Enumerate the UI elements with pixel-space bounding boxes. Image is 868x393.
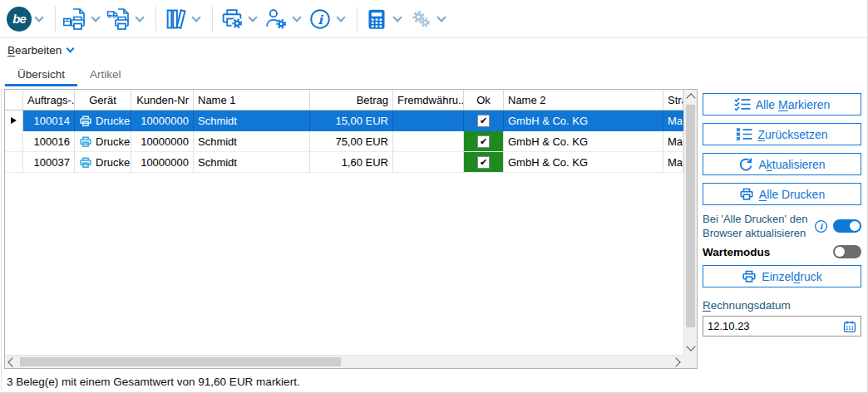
app-logo-icon[interactable]: be	[7, 7, 32, 32]
chevron-down-icon[interactable]	[392, 12, 402, 22]
printer-icon	[739, 187, 754, 201]
sales-print-icon[interactable]	[62, 6, 88, 32]
grid-header-row: Auftrags-... Gerät Kunden-Nr Name 1 Betr…	[5, 90, 683, 111]
invoice-print-window: be	[0, 0, 868, 393]
vertical-scrollbar-thumb[interactable]	[686, 105, 695, 327]
wartemodus-toggle[interactable]	[833, 245, 861, 258]
calendar-icon[interactable]	[839, 320, 861, 333]
tab-uebersicht[interactable]: Übersicht	[5, 61, 77, 88]
main-toolbar: be	[0, 0, 867, 38]
svg-text:i: i	[820, 222, 824, 231]
menu-bearbeiten[interactable]: Bearbeiten	[7, 44, 78, 56]
alle-markieren-button[interactable]: Alle Markieren	[703, 93, 861, 115]
chevron-down-icon[interactable]	[34, 12, 43, 22]
rechnungsdatum-field	[703, 316, 861, 337]
svg-text:i: i	[318, 12, 323, 27]
info-icon[interactable]: i	[307, 6, 333, 32]
ok-checkbox[interactable]: ✔	[477, 115, 490, 127]
chevron-down-icon[interactable]	[191, 12, 200, 22]
window-edge	[1, 89, 2, 390]
chevron-down-icon[interactable]	[292, 12, 301, 22]
scroll-down-icon[interactable]	[686, 341, 695, 351]
toggle-knob	[850, 221, 860, 231]
column-header-fremdwaehrung[interactable]: Fremdwähru...	[393, 90, 464, 111]
status-bar: 3 Beleg(e) mit einem Gesamtwert von 91,6…	[0, 371, 867, 392]
zuruecksetzen-button[interactable]: Zurücksetzen	[703, 123, 861, 145]
calculator-icon[interactable]	[363, 6, 390, 32]
toggle-knob	[835, 247, 845, 257]
status-text: 3 Beleg(e) mit einem Gesamtwert von 91,6…	[7, 376, 300, 388]
column-header-strasse[interactable]: Stras	[663, 90, 683, 111]
action-panel: Alle Markieren Zurücksetzen Aktualisiere…	[703, 93, 861, 337]
browser-refresh-option: Bei 'Alle Drucken' den Browser aktualisi…	[703, 212, 861, 240]
scroll-left-icon[interactable]	[7, 357, 17, 366]
ok-checkbox[interactable]: ✔	[477, 156, 490, 169]
chevron-down-icon[interactable]	[135, 12, 144, 22]
toolbar-separator	[357, 7, 358, 32]
settings-gears-icon[interactable]	[407, 6, 434, 32]
scroll-up-icon[interactable]	[686, 93, 695, 102]
scrollbar-corner	[683, 355, 697, 368]
chevron-down-icon[interactable]	[91, 12, 100, 22]
column-header-name1[interactable]: Name 1	[194, 90, 310, 111]
column-header-kunden-nr[interactable]: Kunden-Nr	[131, 90, 194, 111]
ok-checkbox[interactable]: ✔	[477, 135, 490, 148]
vertical-scrollbar[interactable]	[683, 90, 697, 355]
rechnungsdatum-label: Rechnungsdatum	[703, 299, 861, 312]
printer-icon	[79, 156, 92, 169]
print-settings-icon[interactable]	[219, 6, 245, 32]
table-row[interactable]: 100037 Drucker 10000000 Schmidt 1,60 EUR…	[5, 152, 683, 173]
table-row[interactable]: 100014 Drucker 10000000 Schmidt 15,00 EU…	[5, 111, 683, 131]
info-icon[interactable]: i	[814, 219, 828, 233]
toolbar-separator	[55, 7, 56, 32]
toolbar-separator	[212, 7, 213, 32]
printer-icon	[79, 115, 92, 127]
horizontal-scrollbar[interactable]	[5, 355, 683, 368]
refresh-icon	[738, 157, 753, 172]
chevron-down-icon[interactable]	[336, 12, 345, 22]
browser-refresh-toggle[interactable]	[833, 219, 861, 233]
header-selector-cell	[5, 90, 23, 111]
tab-strip: Übersicht Artikel	[0, 61, 867, 88]
checklist-x-icon	[736, 127, 752, 141]
documents-grid: Auftrags-... Gerät Kunden-Nr Name 1 Betr…	[4, 89, 698, 369]
rechnungsdatum-input[interactable]	[703, 320, 839, 332]
horizontal-scrollbar-thumb[interactable]	[20, 357, 341, 366]
printer-icon	[742, 269, 757, 283]
checklist-check-icon	[734, 97, 751, 111]
einzeldruck-button[interactable]: Einzeldruck	[703, 265, 861, 287]
printer-icon	[79, 135, 92, 148]
column-header-ok[interactable]: Ok	[464, 90, 504, 111]
column-header-betrag[interactable]: Betrag	[310, 90, 393, 111]
scroll-right-icon[interactable]	[671, 357, 680, 366]
aktualisieren-button[interactable]: Aktualisieren	[703, 153, 861, 175]
tab-artikel[interactable]: Artikel	[77, 61, 134, 88]
table-row[interactable]: 100016 Drucker 10000000 Schmidt 75,00 EU…	[5, 131, 683, 152]
toolbar-separator	[155, 7, 156, 32]
column-header-name2[interactable]: Name 2	[504, 90, 663, 111]
menubar: Bearbeiten	[0, 39, 867, 61]
chevron-down-icon[interactable]	[436, 12, 446, 22]
library-icon[interactable]	[162, 6, 189, 32]
column-header-auftrag[interactable]: Auftrags-...	[23, 90, 75, 111]
wartemodus-option: Wartemodus	[703, 245, 861, 258]
column-header-geraet[interactable]: Gerät	[75, 90, 131, 111]
alle-drucken-button[interactable]: Alle Drucken	[703, 183, 861, 205]
current-row-marker-icon	[11, 117, 17, 124]
user-settings-icon[interactable]	[263, 6, 289, 32]
chevron-down-icon	[67, 45, 75, 53]
delivery-print-icon[interactable]	[106, 6, 132, 32]
chevron-down-icon[interactable]	[248, 12, 257, 22]
browser-refresh-label: Bei 'Alle Drucken' den Browser aktualisi…	[703, 212, 811, 240]
